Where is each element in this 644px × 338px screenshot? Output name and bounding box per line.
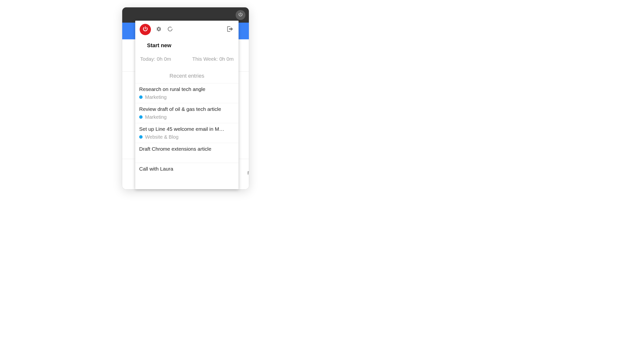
entry-project: Marketing <box>139 94 235 100</box>
loading-icon <box>168 26 173 33</box>
week-stat: This Week: 0h 0m <box>192 56 234 62</box>
power-icon <box>238 12 243 18</box>
project-color-dot <box>139 115 142 119</box>
entry-title: Review draft of oil & gas tech article <box>139 106 235 112</box>
sync-button[interactable] <box>167 26 174 33</box>
entry-project: Website & Blog <box>139 134 235 140</box>
popup-toolbar <box>135 21 238 38</box>
entry-project <box>139 154 235 160</box>
start-timer-button[interactable] <box>140 24 151 35</box>
recent-entry[interactable]: Set up Line 45 welcome email in M… Websi… <box>135 123 238 143</box>
gear-icon <box>156 26 162 33</box>
extension-button[interactable] <box>236 10 246 20</box>
logout-button[interactable] <box>226 25 234 34</box>
settings-button[interactable] <box>155 26 162 33</box>
project-name: Marketing <box>145 94 167 100</box>
recent-entries-list: Research on rural tech angle Marketing R… <box>135 83 238 175</box>
project-color-dot <box>139 95 142 99</box>
project-name: Website & Blog <box>145 134 178 140</box>
toggl-popup: Start new Today: 0h 0m This Week: 0h 0m … <box>135 21 238 189</box>
project-name: Marketing <box>145 114 167 120</box>
time-stats: Today: 0h 0m This Week: 0h 0m <box>135 49 238 62</box>
recent-entries-header: Recent entries <box>135 62 238 83</box>
recent-entry[interactable]: Draft Chrome extensions article <box>135 143 238 163</box>
browser-titlebar <box>122 7 249 23</box>
recent-entry[interactable]: Research on rural tech angle Marketing <box>135 83 238 103</box>
recent-entry[interactable]: Call with Laura <box>135 163 238 175</box>
entry-title: Draft Chrome extensions article <box>139 146 235 152</box>
start-new-label[interactable]: Start new <box>135 38 238 49</box>
entry-project: Marketing <box>139 114 235 120</box>
today-stat: Today: 0h 0m <box>140 56 171 62</box>
power-icon <box>142 26 148 33</box>
entry-title: Research on rural tech angle <box>139 86 235 92</box>
entry-title: Call with Laura <box>139 166 235 172</box>
recent-entry[interactable]: Review draft of oil & gas tech article M… <box>135 103 238 123</box>
bg-text-snippet: mom <box>248 169 249 176</box>
entry-title: Set up Line 45 welcome email in M… <box>139 126 235 132</box>
project-color-dot <box>139 135 142 139</box>
logout-icon <box>226 25 234 34</box>
